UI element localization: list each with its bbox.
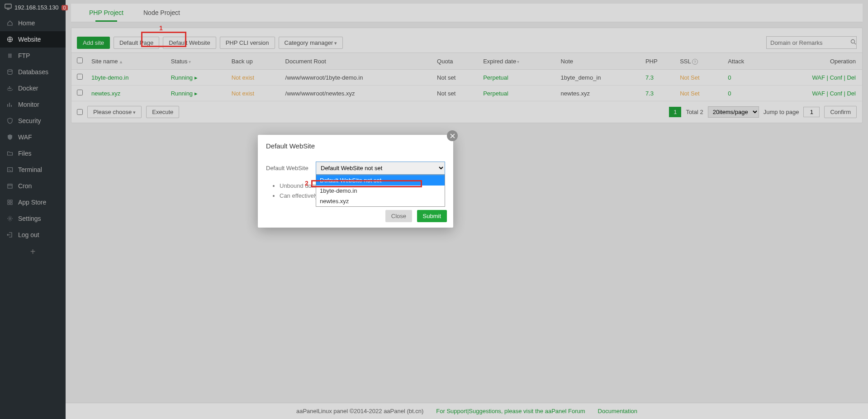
- docroot-cell[interactable]: /www/wwwroot/newtes.xyz: [285, 90, 355, 97]
- modal-close-btn[interactable]: Close: [385, 210, 412, 222]
- sidebar-item-label: FTP: [18, 52, 30, 59]
- table-row: newtes.xyzRunning ▸Not exist/www/wwwroot…: [71, 86, 862, 101]
- select-dropdown: Default WebSite not set 1byte-demo.in ne…: [316, 175, 445, 207]
- footer: aaPanelLinux panel ©2014-2022 aaPanel (b…: [66, 403, 868, 419]
- backup-cell[interactable]: Not exist: [232, 90, 255, 97]
- sidebar-item-appstore[interactable]: App Store: [0, 194, 66, 210]
- svg-rect-4: [8, 88, 9, 89]
- footer-support-link[interactable]: For Support|Suggestions, please visit th…: [436, 408, 585, 414]
- confirm-button[interactable]: Confirm: [824, 106, 857, 118]
- row-checkbox[interactable]: [77, 90, 83, 95]
- footer-copyright: aaPanelLinux panel ©2014-2022 aaPanel (b…: [296, 408, 423, 414]
- expired-cell[interactable]: Perpetual: [483, 74, 508, 81]
- sidebar-item-ftp[interactable]: FTP: [0, 48, 66, 64]
- col-ssl: SSL?: [676, 53, 724, 70]
- website-panel: Add site Default Page Default Website PH…: [71, 28, 863, 123]
- sidebar-item-docker[interactable]: Docker: [0, 80, 66, 96]
- batch-action-select[interactable]: Please choose: [87, 106, 142, 118]
- sort-icon: ▾: [189, 59, 191, 64]
- sidebar-item-databases[interactable]: Databases: [0, 64, 66, 80]
- svg-rect-6: [10, 88, 11, 89]
- modal-submit-btn[interactable]: Submit: [417, 210, 447, 222]
- sites-table: Site name▲ Status▾ Back up Document Root…: [71, 52, 862, 101]
- execute-button[interactable]: Execute: [146, 106, 179, 118]
- ssl-cell[interactable]: Not Set: [680, 74, 699, 81]
- row-checkbox[interactable]: [77, 74, 83, 80]
- shield-icon: [6, 133, 14, 141]
- site-name-link[interactable]: newtes.xyz: [91, 90, 120, 97]
- table-row: 1byte-demo.inRunning ▸Not exist/www/wwwr…: [71, 70, 862, 86]
- modal-close-button[interactable]: [447, 130, 458, 141]
- sidebar-item-website[interactable]: Website: [0, 31, 66, 48]
- svg-point-14: [9, 218, 11, 219]
- select-all-checkbox[interactable]: [77, 57, 83, 63]
- page-total: Total 2: [686, 109, 703, 115]
- shield-check-icon: [6, 117, 14, 124]
- operation-links[interactable]: WAF | Conf | Del: [812, 90, 856, 97]
- sidebar-item-label: App Store: [18, 199, 46, 206]
- sidebar-item-label: Monitor: [18, 101, 39, 108]
- items-per-page-select[interactable]: 20items/page: [708, 106, 759, 118]
- add-site-button[interactable]: Add site: [77, 37, 110, 49]
- svg-rect-10: [8, 200, 9, 202]
- notification-badge[interactable]: 0: [62, 5, 68, 10]
- backup-cell[interactable]: Not exist: [232, 74, 255, 81]
- sidebar-item-terminal[interactable]: Terminal: [0, 162, 66, 178]
- sidebar-item-label: Settings: [18, 215, 41, 222]
- sidebar-item-settings[interactable]: Settings: [0, 210, 66, 227]
- quota-cell: Not set: [433, 86, 479, 101]
- sidebar-item-cron[interactable]: Cron: [0, 178, 66, 194]
- sidebar-item-home[interactable]: Home: [0, 15, 66, 31]
- jump-page-input[interactable]: [803, 107, 820, 117]
- modal-body: Default WebSite Default WebSite not set …: [258, 157, 453, 205]
- search-icon[interactable]: [850, 38, 856, 47]
- default-page-button[interactable]: Default Page: [114, 37, 159, 49]
- col-site[interactable]: Site name▲: [88, 53, 167, 70]
- tab-php-project[interactable]: PHP Project: [79, 4, 133, 22]
- sidebar-item-label: Databases: [18, 68, 48, 76]
- default-website-select[interactable]: Default WebSite not set: [316, 162, 445, 175]
- sidebar-item-files[interactable]: Files: [0, 145, 66, 162]
- sidebar-add-button[interactable]: +: [0, 243, 66, 261]
- attack-cell[interactable]: 0: [728, 90, 731, 97]
- col-status[interactable]: Status▾: [167, 53, 228, 70]
- status-cell[interactable]: Running ▸: [171, 74, 198, 81]
- site-name-link[interactable]: 1byte-demo.in: [91, 74, 128, 81]
- category-manager-button[interactable]: Category manager: [279, 37, 343, 49]
- operation-links[interactable]: WAF | Conf | Del: [812, 74, 856, 81]
- svg-point-15: [851, 40, 854, 43]
- docroot-cell[interactable]: /www/wwwroot/1byte-demo.in: [285, 74, 363, 81]
- sidebar-item-waf[interactable]: WAF: [0, 129, 66, 145]
- tab-node-project[interactable]: Node Project: [133, 4, 190, 22]
- page-current[interactable]: 1: [669, 107, 681, 117]
- sidebar-item-monitor[interactable]: Monitor: [0, 96, 66, 113]
- default-website-button[interactable]: Default Website: [163, 37, 216, 49]
- php-cell[interactable]: 7.3: [645, 90, 654, 97]
- php-cli-version-button[interactable]: PHP CLI version: [220, 37, 275, 49]
- sidebar-item-security[interactable]: Security: [0, 113, 66, 129]
- note-cell[interactable]: newtes.xyz: [557, 86, 642, 101]
- svg-rect-13: [10, 203, 12, 205]
- sort-icon: ▾: [517, 59, 519, 64]
- php-cell[interactable]: 7.3: [645, 74, 654, 81]
- footer-select-checkbox[interactable]: [77, 109, 83, 115]
- col-expired[interactable]: Expired date▾: [479, 53, 557, 70]
- sidebar-item-logout[interactable]: Log out: [0, 227, 66, 243]
- ssl-cell[interactable]: Not Set: [680, 90, 699, 97]
- note-cell[interactable]: 1byte_demo_in: [557, 70, 642, 86]
- status-cell[interactable]: Running ▸: [171, 90, 198, 97]
- col-php: PHP: [642, 53, 676, 70]
- sidebar-item-label: Security: [18, 117, 41, 124]
- select-option[interactable]: newtes.xyz: [316, 196, 445, 206]
- help-icon[interactable]: ?: [692, 59, 698, 65]
- svg-rect-5: [9, 88, 10, 89]
- select-option[interactable]: 1byte-demo.in: [316, 186, 445, 196]
- search-input[interactable]: [767, 39, 850, 46]
- select-option[interactable]: Default WebSite not set: [316, 175, 445, 186]
- col-note: Note: [557, 53, 642, 70]
- sidebar-item-label: Website: [18, 36, 41, 43]
- footer-docs-link[interactable]: Documentation: [598, 408, 637, 414]
- attack-cell[interactable]: 0: [728, 74, 731, 81]
- expired-cell[interactable]: Perpetual: [483, 90, 508, 97]
- home-icon: [6, 19, 14, 27]
